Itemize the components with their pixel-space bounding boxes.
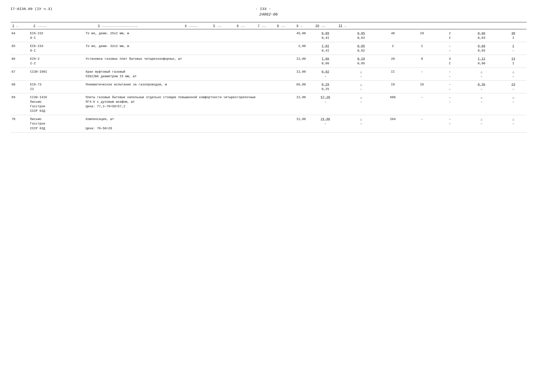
row-quantity: I2,00 bbox=[265, 55, 307, 68]
row-v8: – bbox=[407, 93, 437, 115]
row-v8: 8 bbox=[407, 55, 437, 68]
col-h2: 2 ____ bbox=[23, 24, 59, 28]
row-quantity: 45,00 bbox=[265, 29, 307, 42]
row-description: Плиты газовые бытовые напольные отдельно… bbox=[85, 93, 265, 115]
row-v5: 0,92– bbox=[307, 68, 344, 80]
row-v11: –– bbox=[500, 68, 527, 80]
row-v7: II bbox=[378, 68, 407, 80]
row-v10: I,I20,06 bbox=[463, 55, 500, 68]
row-code: EI6-232 8-I bbox=[29, 29, 85, 42]
row-v11: I– bbox=[500, 42, 527, 55]
table-row: 68EI9-73 I2Пневматическое испытание за г… bbox=[10, 80, 527, 93]
row-v7: 2 bbox=[378, 42, 407, 55]
row-number: 64 bbox=[10, 29, 29, 42]
col-h5: 5 __ bbox=[206, 24, 231, 28]
row-v6: –– bbox=[344, 68, 378, 80]
row-number: 69 bbox=[10, 93, 29, 115]
header: I7-0I38.89 (IУ ч.3) - I33 - bbox=[10, 7, 527, 11]
row-v7: 264 bbox=[378, 115, 407, 132]
table-row: 69CI30-I4I6 Письмо Госстроя СССР 63ДПлит… bbox=[10, 93, 527, 115]
main-table: 64EI6-232 8-IТо же, диам. 25х2 мм, м45,0… bbox=[10, 29, 527, 133]
row-code: EI9-2 I-2 bbox=[29, 55, 85, 68]
row-v6: –– bbox=[344, 80, 378, 93]
row-number: 65 bbox=[10, 42, 29, 55]
row-quantity: I2,00 bbox=[265, 115, 307, 132]
row-v6: 0,050,02 bbox=[344, 42, 378, 55]
row-v11: –– bbox=[500, 115, 527, 132]
row-v6: 0,I80,05 bbox=[344, 55, 378, 68]
row-v5: 0,890,4I bbox=[307, 29, 344, 42]
row-code: Письмо Госстроя СССР 63Д bbox=[29, 115, 85, 132]
row-v8: – bbox=[407, 68, 437, 80]
col-h3: 3 ________________ bbox=[59, 24, 178, 28]
column-headers: I _ 2 ____ 3 ________________ 4 ____ 5 _… bbox=[10, 22, 527, 29]
header-center: - I33 - bbox=[256, 7, 271, 11]
row-v7: I9 bbox=[378, 80, 407, 93]
row-code: CI30-I4I6 Письмо Госстроя СССР 63Д bbox=[29, 93, 85, 115]
row-v9: –– bbox=[437, 80, 463, 93]
col-h4: 4 ____ bbox=[178, 24, 206, 28]
row-quantity: I2,00 bbox=[265, 68, 307, 80]
row-v10: –– bbox=[463, 68, 500, 80]
col-h10: I0 __ bbox=[309, 24, 334, 28]
row-v11: 30I bbox=[500, 29, 527, 42]
col-h6: 6 __ bbox=[231, 24, 254, 28]
table-row: 65EI6-233 8-IТо же, диам. 32х2 мм, м2,00… bbox=[10, 42, 527, 55]
col-h9: 9 _ bbox=[292, 24, 309, 28]
table-row: 64EI6-232 8-IТо же, диам. 25х2 мм, м45,0… bbox=[10, 29, 527, 42]
row-description: То же, диам. 32х2 мм, м bbox=[85, 42, 265, 55]
row-v11: 23– bbox=[500, 80, 527, 93]
row-v10: –– bbox=[463, 93, 500, 115]
row-v5: I,660,66 bbox=[307, 55, 344, 68]
row-v8: I8 bbox=[407, 29, 437, 42]
table-row: 70Письмо Госстроя СССР 63ДКомпенсация, ш… bbox=[10, 115, 527, 132]
row-code: EI9-73 I2 bbox=[29, 80, 85, 93]
row-description: Компенсация, шт Цена: 70–50=20 bbox=[85, 115, 265, 132]
row-description: Установка газовых плит бытовых четырехко… bbox=[85, 55, 265, 68]
row-description: Кран муфтовый газовый ПIБI2БК диаметром … bbox=[85, 68, 265, 80]
row-description: То же, диам. 25х2 мм, м bbox=[85, 29, 265, 42]
row-v7: 40 bbox=[378, 29, 407, 42]
row-quantity: 2,00 bbox=[265, 42, 307, 55]
row-v6: –– bbox=[344, 93, 378, 115]
row-v7: 20 bbox=[378, 55, 407, 68]
row-v9: –– bbox=[437, 115, 463, 132]
row-v7: 686 bbox=[378, 93, 407, 115]
row-v10: 0,35– bbox=[463, 80, 500, 93]
col-h1: I _ bbox=[10, 24, 23, 28]
doc-number: 24062-06 bbox=[10, 12, 527, 17]
row-v5: 0,290,25 bbox=[307, 80, 344, 93]
row-v6: 0,050,02 bbox=[344, 29, 378, 42]
row-v10: –– bbox=[463, 115, 500, 132]
row-v5: I,0I0,4I bbox=[307, 42, 344, 55]
col-h8: 8 __ bbox=[273, 24, 292, 28]
table-row: 67CI30-I00IКран муфтовый газовый ПIБI2БК… bbox=[10, 68, 527, 80]
row-v8: I bbox=[407, 42, 437, 55]
row-v9: 2I bbox=[437, 29, 463, 42]
row-v8: – bbox=[407, 115, 437, 132]
table-row: 66EI9-2 I-2Установка газовых плит бытовы… bbox=[10, 55, 527, 68]
row-v8: I6 bbox=[407, 80, 437, 93]
row-number: 67 bbox=[10, 68, 29, 80]
row-v9: –– bbox=[437, 93, 463, 115]
row-quantity: 65,00 bbox=[265, 80, 307, 93]
row-number: 70 bbox=[10, 115, 29, 132]
row-description: Пневматическое испытание за газопроводов… bbox=[85, 80, 265, 93]
row-v11: I3I bbox=[500, 55, 527, 68]
row-v6: –– bbox=[344, 115, 378, 132]
row-v9: 3I bbox=[437, 55, 463, 68]
row-code: EI6-233 8-I bbox=[29, 42, 85, 55]
row-code: CI30-I00I bbox=[29, 68, 85, 80]
row-v9: –– bbox=[437, 42, 463, 55]
row-quantity: I2,00 bbox=[265, 93, 307, 115]
header-left: I7-0I38.89 (IУ ч.3) bbox=[10, 7, 52, 11]
col-h11: II _ bbox=[334, 24, 352, 28]
row-v10: 0,660,03 bbox=[463, 42, 500, 55]
row-v10: 0,660,03 bbox=[463, 29, 500, 42]
row-number: 66 bbox=[10, 55, 29, 68]
row-v5: 57,20– bbox=[307, 93, 344, 115]
row-v9: –– bbox=[437, 68, 463, 80]
col-h7: 7 __ bbox=[254, 24, 273, 28]
row-v5: 2I,96– bbox=[307, 115, 344, 132]
row-v11: –– bbox=[500, 93, 527, 115]
